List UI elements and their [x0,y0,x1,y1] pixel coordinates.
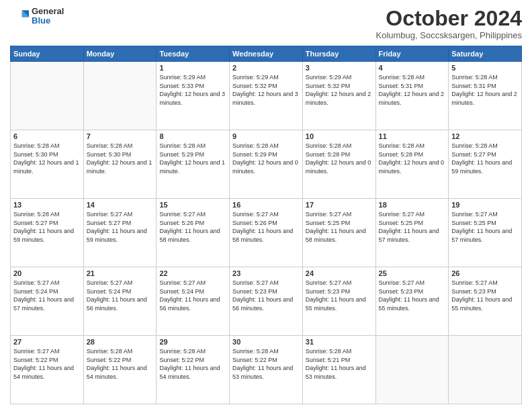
day-info: Sunrise: 5:27 AM Sunset: 5:25 PM Dayligh… [379,210,446,244]
calendar-cell: 13Sunrise: 5:28 AM Sunset: 5:27 PM Dayli… [11,199,84,267]
calendar-cell: 11Sunrise: 5:28 AM Sunset: 5:28 PM Dayli… [375,130,449,199]
col-thursday: Thursday [302,46,375,62]
calendar-cell: 23Sunrise: 5:27 AM Sunset: 5:23 PM Dayli… [230,267,303,336]
day-number: 31 [306,338,373,346]
day-info: Sunrise: 5:29 AM Sunset: 5:32 PM Dayligh… [232,73,300,107]
day-number: 19 [451,201,519,209]
day-info: Sunrise: 5:27 AM Sunset: 5:26 PM Dayligh… [232,210,300,244]
month-title: October 2024 [375,7,522,30]
day-info: Sunrise: 5:28 AM Sunset: 5:27 PM Dayligh… [451,142,519,175]
calendar-cell: 14Sunrise: 5:27 AM Sunset: 5:27 PM Dayli… [83,199,157,267]
day-number: 14 [87,201,154,209]
week-row-3: 13Sunrise: 5:28 AM Sunset: 5:27 PM Dayli… [11,199,522,267]
calendar-cell [83,62,157,130]
day-number: 22 [159,269,226,277]
day-number: 11 [379,132,446,140]
calendar-cell: 31Sunrise: 5:28 AM Sunset: 5:21 PM Dayli… [302,336,375,404]
day-info: Sunrise: 5:29 AM Sunset: 5:32 PM Dayligh… [306,73,373,107]
page: General Blue October 2024 Kolumbug, Socc… [0,0,532,411]
title-area: October 2024 Kolumbug, Soccsksargen, Phi… [375,7,522,40]
day-number: 24 [306,269,373,277]
day-number: 25 [379,269,446,277]
calendar-cell: 17Sunrise: 5:27 AM Sunset: 5:25 PM Dayli… [302,199,375,267]
calendar-cell: 9Sunrise: 5:28 AM Sunset: 5:29 PM Daylig… [230,130,303,199]
day-number: 12 [451,132,519,140]
day-info: Sunrise: 5:27 AM Sunset: 5:23 PM Dayligh… [451,279,519,312]
calendar-cell [11,62,84,130]
col-tuesday: Tuesday [157,46,230,62]
day-number: 26 [451,269,519,277]
calendar-cell: 1Sunrise: 5:29 AM Sunset: 5:33 PM Daylig… [157,62,230,130]
logo-general-text: General [32,7,64,16]
day-info: Sunrise: 5:28 AM Sunset: 5:30 PM Dayligh… [13,142,81,175]
day-info: Sunrise: 5:27 AM Sunset: 5:24 PM Dayligh… [159,279,226,312]
col-monday: Monday [83,46,157,62]
calendar-cell: 18Sunrise: 5:27 AM Sunset: 5:25 PM Dayli… [375,199,449,267]
day-number: 17 [306,201,373,209]
day-info: Sunrise: 5:27 AM Sunset: 5:27 PM Dayligh… [87,210,154,244]
calendar-cell [375,336,449,404]
day-info: Sunrise: 5:27 AM Sunset: 5:23 PM Dayligh… [232,279,300,312]
day-number: 3 [306,64,373,72]
calendar-cell: 5Sunrise: 5:28 AM Sunset: 5:31 PM Daylig… [449,62,522,130]
week-row-2: 6Sunrise: 5:28 AM Sunset: 5:30 PM Daylig… [11,130,522,199]
day-info: Sunrise: 5:27 AM Sunset: 5:25 PM Dayligh… [306,210,373,244]
day-info: Sunrise: 5:28 AM Sunset: 5:28 PM Dayligh… [379,142,446,175]
calendar-cell [449,336,522,404]
day-info: Sunrise: 5:27 AM Sunset: 5:24 PM Dayligh… [87,279,154,312]
day-info: Sunrise: 5:28 AM Sunset: 5:30 PM Dayligh… [87,142,154,175]
col-sunday: Sunday [11,46,84,62]
week-row-4: 20Sunrise: 5:27 AM Sunset: 5:24 PM Dayli… [11,267,522,336]
calendar-cell: 8Sunrise: 5:28 AM Sunset: 5:29 PM Daylig… [157,130,230,199]
calendar-cell: 12Sunrise: 5:28 AM Sunset: 5:27 PM Dayli… [449,130,522,199]
calendar-cell: 6Sunrise: 5:28 AM Sunset: 5:30 PM Daylig… [11,130,84,199]
day-number: 1 [159,64,226,72]
day-number: 20 [13,269,81,277]
calendar-cell: 26Sunrise: 5:27 AM Sunset: 5:23 PM Dayli… [449,267,522,336]
day-info: Sunrise: 5:28 AM Sunset: 5:31 PM Dayligh… [451,73,519,107]
location-subtitle: Kolumbug, Soccsksargen, Philippines [375,30,522,40]
day-info: Sunrise: 5:28 AM Sunset: 5:28 PM Dayligh… [306,142,373,175]
day-info: Sunrise: 5:27 AM Sunset: 5:23 PM Dayligh… [379,279,446,312]
day-number: 6 [13,132,81,140]
day-number: 15 [159,201,226,209]
day-number: 4 [379,64,446,72]
week-row-1: 1Sunrise: 5:29 AM Sunset: 5:33 PM Daylig… [11,62,522,130]
day-info: Sunrise: 5:27 AM Sunset: 5:24 PM Dayligh… [13,279,81,312]
col-friday: Friday [375,46,449,62]
day-info: Sunrise: 5:28 AM Sunset: 5:27 PM Dayligh… [13,210,81,244]
calendar-cell: 24Sunrise: 5:27 AM Sunset: 5:23 PM Dayli… [302,267,375,336]
calendar-header-row: Sunday Monday Tuesday Wednesday Thursday… [11,46,522,62]
calendar-cell: 22Sunrise: 5:27 AM Sunset: 5:24 PM Dayli… [157,267,230,336]
day-info: Sunrise: 5:27 AM Sunset: 5:25 PM Dayligh… [451,210,519,244]
logo-text: General Blue [32,7,64,26]
week-row-5: 27Sunrise: 5:27 AM Sunset: 5:22 PM Dayli… [11,336,522,404]
header: General Blue October 2024 Kolumbug, Socc… [10,7,522,40]
day-number: 18 [379,201,446,209]
day-info: Sunrise: 5:28 AM Sunset: 5:22 PM Dayligh… [159,347,226,381]
calendar-cell: 19Sunrise: 5:27 AM Sunset: 5:25 PM Dayli… [449,199,522,267]
calendar-cell: 29Sunrise: 5:28 AM Sunset: 5:22 PM Dayli… [157,336,230,404]
calendar-cell: 30Sunrise: 5:28 AM Sunset: 5:22 PM Dayli… [230,336,303,404]
calendar-cell: 10Sunrise: 5:28 AM Sunset: 5:28 PM Dayli… [302,130,375,199]
calendar-cell: 28Sunrise: 5:28 AM Sunset: 5:22 PM Dayli… [83,336,157,404]
calendar-cell: 20Sunrise: 5:27 AM Sunset: 5:24 PM Dayli… [11,267,84,336]
day-info: Sunrise: 5:28 AM Sunset: 5:31 PM Dayligh… [379,73,446,107]
logo-blue-text: Blue [32,16,64,26]
day-info: Sunrise: 5:27 AM Sunset: 5:22 PM Dayligh… [13,347,81,381]
day-number: 9 [232,132,300,140]
calendar-cell: 7Sunrise: 5:28 AM Sunset: 5:30 PM Daylig… [83,130,157,199]
col-wednesday: Wednesday [230,46,303,62]
day-number: 8 [159,132,226,140]
day-info: Sunrise: 5:28 AM Sunset: 5:22 PM Dayligh… [87,347,154,381]
day-info: Sunrise: 5:27 AM Sunset: 5:26 PM Dayligh… [159,210,226,244]
calendar-cell: 2Sunrise: 5:29 AM Sunset: 5:32 PM Daylig… [230,62,303,130]
calendar-cell: 16Sunrise: 5:27 AM Sunset: 5:26 PM Dayli… [230,199,303,267]
day-info: Sunrise: 5:28 AM Sunset: 5:22 PM Dayligh… [232,347,300,381]
day-number: 30 [232,338,300,346]
day-number: 21 [87,269,154,277]
calendar-cell: 15Sunrise: 5:27 AM Sunset: 5:26 PM Dayli… [157,199,230,267]
day-number: 29 [159,338,226,346]
day-number: 5 [451,64,519,72]
day-number: 7 [87,132,154,140]
